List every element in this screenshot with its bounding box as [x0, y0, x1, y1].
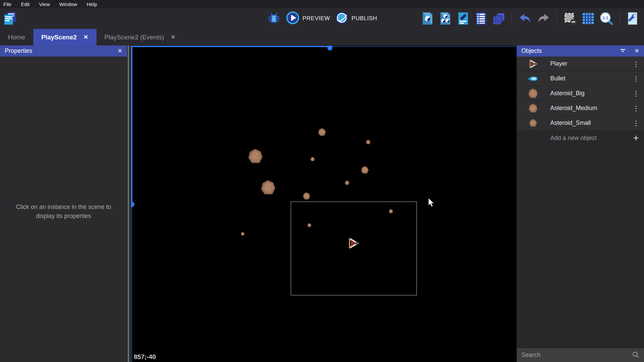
object-row-asteroid-big[interactable]: Asteroid_Big ⋮: [517, 86, 644, 101]
publish-button[interactable]: PUBLISH: [335, 11, 377, 26]
horizontal-scrollbar[interactable]: [131, 46, 517, 47]
toolbar-separator: [557, 12, 557, 25]
menu-file[interactable]: File: [3, 1, 11, 7]
publish-icon: [335, 11, 349, 26]
add-object-button[interactable]: Add a new object +: [517, 131, 644, 145]
asteroid-instance[interactable]: [241, 231, 245, 237]
cursor-coordinates-label: 857;-40: [134, 353, 156, 361]
panel-splitter[interactable]: [127, 45, 131, 362]
object-row-asteroid-small[interactable]: Asteroid_Small ⋮: [517, 116, 644, 131]
main-toolbar: PREVIEW PUBLISH: [0, 8, 644, 29]
tab-playscene2-events-label: PlayScene2 (Events): [105, 34, 164, 41]
tab-home[interactable]: Home: [0, 29, 33, 45]
undo-icon[interactable]: [518, 11, 532, 26]
properties-panel: Properties ✕ Click on an instance in the…: [0, 45, 127, 362]
toggle-grid-icon[interactable]: [581, 12, 595, 25]
kebab-menu-icon[interactable]: ⋮: [633, 120, 639, 126]
open-layers-icon[interactable]: [492, 11, 506, 26]
menu-window[interactable]: Window: [59, 1, 77, 7]
object-row-bullet[interactable]: Bullet ⋮: [517, 71, 644, 86]
close-icon[interactable]: ✕: [635, 47, 639, 55]
properties-empty-message: Click on an instance in the scene to dis…: [8, 203, 119, 221]
asteroid-instance[interactable]: [318, 128, 326, 138]
object-row-player[interactable]: Player ⋮: [517, 57, 644, 71]
toolbar-separator: [512, 12, 512, 25]
tab-playscene2[interactable]: PlayScene2 ✕: [33, 29, 96, 45]
add-object-label: Add a new object: [550, 135, 597, 142]
kebab-menu-icon[interactable]: ⋮: [633, 75, 639, 82]
filter-icon[interactable]: [620, 48, 626, 54]
player-ship-icon: [527, 59, 539, 69]
tab-playscene2-events[interactable]: PlayScene2 (Events) ✕: [96, 29, 184, 45]
asteroid-icon: [527, 103, 539, 113]
objects-panel-header: Objects ✕: [517, 45, 644, 57]
asteroid-icon: [527, 119, 539, 128]
tab-home-label: Home: [8, 34, 25, 41]
asteroid-instance[interactable]: [389, 209, 393, 215]
objects-search-box: [517, 348, 644, 362]
kebab-menu-icon[interactable]: ⋮: [633, 105, 639, 112]
menu-view[interactable]: View: [39, 1, 50, 7]
menu-bar: File Edit View Window Help: [0, 0, 644, 8]
asteroid-instance[interactable]: [310, 157, 315, 163]
tab-playscene2-label: PlayScene2: [41, 34, 77, 41]
objects-panel: Objects ✕: [517, 45, 644, 362]
preview-button[interactable]: PREVIEW: [286, 11, 330, 26]
asteroid-instance[interactable]: [247, 148, 264, 166]
open-properties-icon[interactable]: [456, 11, 470, 26]
menu-help[interactable]: Help: [87, 1, 97, 7]
kebab-menu-icon[interactable]: ⋮: [633, 61, 639, 67]
publish-label: PUBLISH: [352, 15, 377, 22]
open-object-groups-icon[interactable]: [439, 11, 452, 26]
plus-icon: +: [633, 134, 639, 143]
object-name: Player: [550, 60, 567, 67]
preview-play-icon: [286, 11, 300, 26]
zoom-1-1-icon[interactable]: 1:1: [599, 11, 613, 26]
horizontal-scrollbar-track: [131, 46, 332, 47]
open-instances-list-icon[interactable]: [474, 11, 488, 26]
asteroid-icon: [527, 88, 539, 99]
close-tab-icon[interactable]: ✕: [83, 34, 88, 41]
objects-panel-title: Objects: [521, 47, 542, 55]
svg-text:1:1: 1:1: [603, 16, 608, 20]
clear-selection-icon[interactable]: [563, 11, 577, 26]
scene-canvas[interactable]: 857;-40: [131, 45, 517, 362]
menu-edit[interactable]: Edit: [21, 1, 30, 7]
search-input[interactable]: [521, 352, 632, 359]
mouse-cursor: [427, 198, 435, 209]
object-row-asteroid-medium[interactable]: Asteroid_Medium ⋮: [517, 101, 644, 116]
open-objects-editor-icon[interactable]: [421, 11, 434, 26]
kebab-menu-icon[interactable]: ⋮: [633, 90, 639, 97]
object-name: Asteroid_Medium: [550, 105, 597, 112]
tab-bar: Home PlayScene2 ✕ PlayScene2 (Events) ✕: [0, 29, 644, 45]
asteroid-instance[interactable]: [361, 166, 369, 176]
search-icon[interactable]: [632, 351, 639, 360]
objects-panel-spacer: [517, 145, 644, 348]
object-name: Asteroid_Big: [550, 90, 585, 97]
player-ship-instance[interactable]: [347, 237, 360, 251]
redo-icon[interactable]: [536, 11, 551, 26]
gdevelop-window: File Edit View Window Help: [0, 0, 644, 362]
close-tab-icon[interactable]: ✕: [171, 34, 175, 41]
object-name: Asteroid_Small: [550, 119, 591, 126]
close-icon[interactable]: ✕: [118, 47, 122, 55]
properties-panel-header: Properties ✕: [0, 45, 127, 57]
object-name: Bullet: [550, 75, 565, 82]
debug-icon[interactable]: [267, 11, 281, 26]
vertical-scrollbar-track: [131, 46, 132, 207]
asteroid-instance[interactable]: [307, 223, 312, 229]
project-manager-icon[interactable]: [3, 11, 17, 26]
toolbar-separator: [619, 12, 620, 25]
vertical-scrollbar-thumb[interactable]: [131, 202, 134, 207]
open-settings-icon[interactable]: [626, 11, 639, 26]
properties-panel-title: Properties: [5, 47, 32, 55]
asteroid-instance[interactable]: [345, 180, 350, 187]
bullet-icon: [527, 76, 539, 82]
asteroid-instance[interactable]: [260, 180, 276, 197]
horizontal-scrollbar-thumb[interactable]: [327, 45, 332, 50]
asteroid-instance[interactable]: [303, 192, 311, 202]
preview-label: PREVIEW: [303, 15, 330, 22]
asteroid-instance[interactable]: [366, 140, 371, 146]
